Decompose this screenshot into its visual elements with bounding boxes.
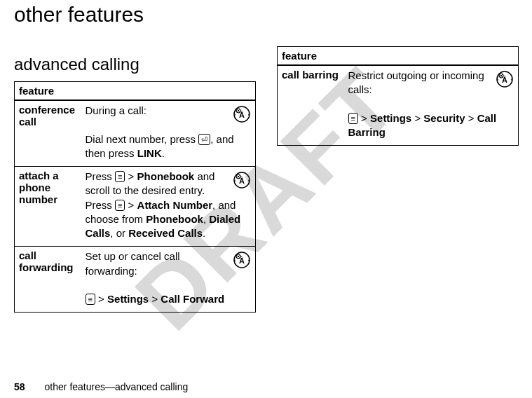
- svg-text:À: À: [239, 256, 245, 265]
- desc-line: During a call:: [86, 104, 147, 116]
- gt: >: [125, 199, 137, 211]
- desc-line: Set up or cancel call forwarding:: [86, 250, 180, 276]
- table-row: conference call À During a call: Dial ne…: [15, 100, 256, 167]
- svg-text:À: À: [239, 177, 245, 185]
- gt: >: [125, 170, 137, 182]
- gt: >: [149, 293, 161, 305]
- sim-icon: À: [233, 251, 251, 269]
- menu-key-icon: ≡: [115, 171, 125, 182]
- svg-text:À: À: [502, 76, 507, 84]
- desc-line: .: [162, 147, 165, 159]
- footer: 58other features—advanced calling: [14, 381, 188, 392]
- menu-key-icon: ≡: [115, 200, 125, 211]
- page-number: 58: [14, 381, 25, 392]
- send-key-icon: ⏎: [198, 134, 210, 145]
- menu-key-icon: ≡: [348, 113, 358, 124]
- table-row: call barring À Restrict outgoing or inco…: [278, 65, 519, 146]
- desc-line: Dial next number, press: [86, 133, 199, 145]
- feature-name: conference call: [15, 100, 81, 167]
- menu-path: Received Calls: [128, 227, 203, 239]
- menu-path: Settings: [370, 112, 411, 124]
- desc-line: .: [203, 227, 205, 239]
- menu-path: Security: [423, 112, 465, 124]
- left-feature-table: feature conference call À During a call:…: [14, 81, 256, 313]
- feature-name: call barring: [278, 65, 344, 146]
- feature-name: call forwarding: [15, 247, 81, 313]
- sim-icon: À: [496, 70, 514, 88]
- menu-path: Attach Number: [137, 199, 213, 211]
- svg-text:À: À: [239, 111, 245, 119]
- table-header: feature: [15, 82, 256, 101]
- gt: >: [95, 293, 107, 305]
- menu-path: Phonebook: [137, 170, 195, 182]
- menu-path: Call Forward: [161, 293, 224, 305]
- gt: >: [358, 112, 370, 124]
- sim-icon: À: [233, 171, 251, 189]
- table-row: attach a phone number À Press ≡ > Phoneb…: [15, 167, 256, 247]
- feature-desc: À Set up or cancel call forwarding: ≡ > …: [81, 247, 256, 313]
- desc-line: Restrict outgoing or incoming calls:: [348, 69, 484, 95]
- feature-desc: À Restrict outgoing or incoming calls: ≡…: [344, 65, 519, 146]
- table-row: call forwarding À Set up or cancel call …: [15, 247, 256, 313]
- gt: >: [411, 112, 423, 124]
- right-feature-table: feature call barring À Restrict outgoing…: [277, 46, 519, 146]
- desc-line: ,: [203, 213, 209, 225]
- footer-text: other features—advanced calling: [45, 381, 189, 392]
- section-title: advanced calling: [14, 55, 256, 74]
- menu-path: Settings: [107, 293, 149, 305]
- sim-icon: À: [233, 105, 251, 123]
- desc-line: Press: [86, 170, 116, 182]
- desc-line: , or: [110, 227, 128, 239]
- feature-desc: À Press ≡ > Phonebook and scroll to the …: [81, 167, 256, 247]
- feature-name: attach a phone number: [15, 167, 81, 247]
- table-header: feature: [278, 47, 519, 66]
- gt: >: [465, 112, 477, 124]
- menu-key-icon: ≡: [86, 294, 95, 305]
- menu-path: Phonebook: [146, 213, 203, 225]
- page-title: other features: [14, 0, 518, 27]
- link-label: LINK: [137, 147, 162, 159]
- feature-desc: À During a call: Dial next number, press…: [81, 100, 256, 167]
